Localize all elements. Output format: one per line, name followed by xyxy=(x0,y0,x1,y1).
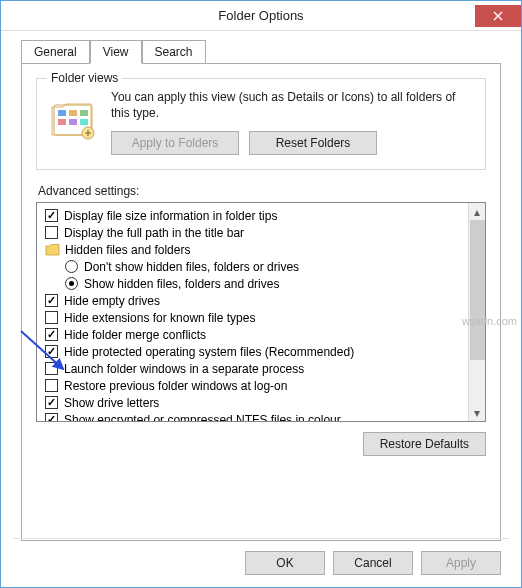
ok-button[interactable]: OK xyxy=(245,551,325,575)
list-item-label: Show encrypted or compressed NTFS files … xyxy=(64,413,341,422)
folder-views-group: Folder views You xyxy=(36,78,486,170)
svg-rect-2 xyxy=(69,110,77,116)
list-item-label: Display file size information in folder … xyxy=(64,209,277,223)
checkbox[interactable] xyxy=(45,396,58,409)
list-item-label: Hide protected operating system files (R… xyxy=(64,345,354,359)
titlebar: Folder Options xyxy=(1,1,521,31)
checkbox[interactable] xyxy=(45,345,58,358)
list-item-label: Don't show hidden files, folders or driv… xyxy=(84,260,299,274)
checkbox[interactable] xyxy=(45,311,58,324)
list-item[interactable]: Hide extensions for known file types xyxy=(39,309,466,326)
svg-rect-1 xyxy=(58,110,66,116)
list-item-label: Hide folder merge conflicts xyxy=(64,328,206,342)
list-item-label: Launch folder windows in a separate proc… xyxy=(64,362,304,376)
apply-to-folders-button[interactable]: Apply to Folders xyxy=(111,131,239,155)
checkbox[interactable] xyxy=(45,294,58,307)
svg-rect-4 xyxy=(58,119,66,125)
advanced-settings-label: Advanced settings: xyxy=(38,184,486,198)
separator xyxy=(13,538,509,539)
checkbox[interactable] xyxy=(45,413,58,421)
watermark: wsxdn.com xyxy=(462,315,517,327)
checkbox[interactable] xyxy=(45,209,58,222)
radio[interactable] xyxy=(65,277,78,290)
list-item-label: Show drive letters xyxy=(64,396,159,410)
svg-rect-6 xyxy=(80,119,88,125)
advanced-settings-list: Display file size information in folder … xyxy=(36,202,486,422)
list-item[interactable]: Display the full path in the title bar xyxy=(39,224,466,241)
tab-body: Folder views You xyxy=(21,63,501,541)
checkbox[interactable] xyxy=(45,328,58,341)
reset-folders-button[interactable]: Reset Folders xyxy=(249,131,377,155)
list-item[interactable]: Don't show hidden files, folders or driv… xyxy=(39,258,466,275)
folder-views-description: You can apply this view (such as Details… xyxy=(111,89,473,121)
apply-button[interactable]: Apply xyxy=(421,551,501,575)
window-title: Folder Options xyxy=(47,8,475,23)
svg-rect-3 xyxy=(80,110,88,116)
list-item-label: Show hidden files, folders and drives xyxy=(84,277,279,291)
tab-view[interactable]: View xyxy=(90,40,142,64)
folder-views-icon xyxy=(49,95,97,143)
list-item-label: Display the full path in the title bar xyxy=(64,226,244,240)
list-item[interactable]: Restore previous folder windows at log-o… xyxy=(39,377,466,394)
folder-icon xyxy=(45,243,60,256)
checkbox[interactable] xyxy=(45,226,58,239)
scroll-down-icon[interactable]: ▾ xyxy=(469,404,485,421)
restore-defaults-button[interactable]: Restore Defaults xyxy=(363,432,486,456)
list-item-label: Hidden files and folders xyxy=(65,243,190,257)
list-item[interactable]: Show encrypted or compressed NTFS files … xyxy=(39,411,466,421)
list-item[interactable]: Show drive letters xyxy=(39,394,466,411)
scroll-up-icon[interactable]: ▴ xyxy=(469,203,485,220)
list-item[interactable]: Hide folder merge conflicts xyxy=(39,326,466,343)
checkbox[interactable] xyxy=(45,379,58,392)
close-button[interactable] xyxy=(475,5,521,27)
list-item[interactable]: Launch folder windows in a separate proc… xyxy=(39,360,466,377)
tab-strip: General View Search xyxy=(21,39,501,63)
list-item[interactable]: Hide empty drives xyxy=(39,292,466,309)
scroll-thumb[interactable] xyxy=(470,220,485,360)
list-item[interactable]: Display file size information in folder … xyxy=(39,207,466,224)
list-item[interactable]: Hide protected operating system files (R… xyxy=(39,343,466,360)
list-item[interactable]: Show hidden files, folders and drives xyxy=(39,275,466,292)
checkbox[interactable] xyxy=(45,362,58,375)
list-item-label: Hide empty drives xyxy=(64,294,160,308)
close-icon xyxy=(493,11,503,21)
list-item[interactable]: Hidden files and folders xyxy=(39,241,466,258)
dialog-buttons: OK Cancel Apply xyxy=(245,551,501,575)
cancel-button[interactable]: Cancel xyxy=(333,551,413,575)
tab-general[interactable]: General xyxy=(21,40,90,64)
scrollbar[interactable]: ▴ ▾ xyxy=(468,203,485,421)
list-item-label: Hide extensions for known file types xyxy=(64,311,255,325)
radio[interactable] xyxy=(65,260,78,273)
svg-rect-5 xyxy=(69,119,77,125)
list-item-label: Restore previous folder windows at log-o… xyxy=(64,379,287,393)
folder-views-legend: Folder views xyxy=(47,71,122,85)
folder-options-window: Folder Options General View Search Folde… xyxy=(0,0,522,588)
tab-search[interactable]: Search xyxy=(142,40,206,64)
